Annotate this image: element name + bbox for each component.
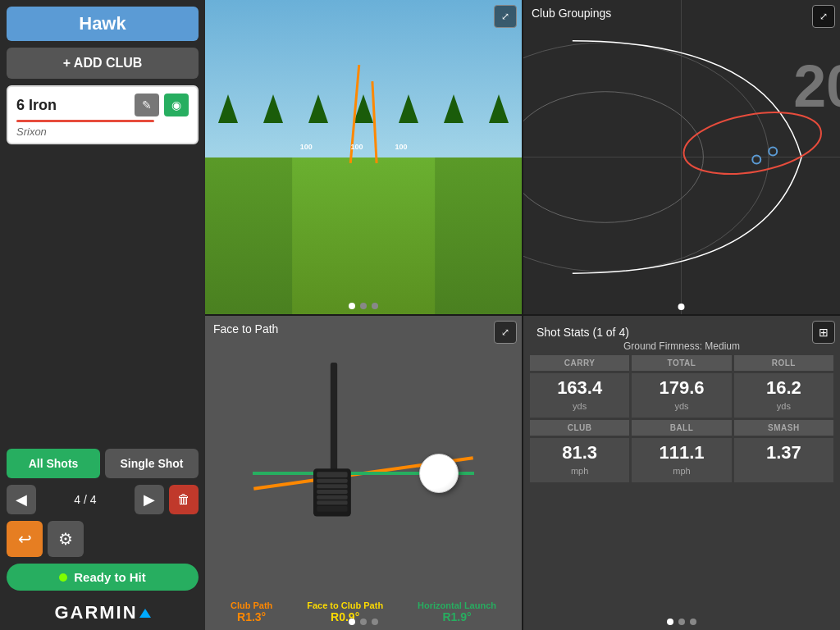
- svg-rect-12: [317, 472, 348, 478]
- svg-rect-13: [317, 479, 348, 483]
- edit-club-button[interactable]: ✎: [135, 94, 159, 116]
- club-path-label-group: Club Path R1.3°: [231, 600, 272, 623]
- dot-inactive: [360, 303, 367, 309]
- svg-rect-16: [317, 495, 348, 500]
- club-path-value: R1.3°: [231, 610, 272, 623]
- app-title: Hawk: [7, 7, 199, 41]
- trees-row: [205, 94, 522, 123]
- next-arrow-icon: ▶: [144, 491, 155, 509]
- total-header: TOTAL: [632, 355, 731, 371]
- tree-icon: [308, 94, 328, 123]
- shot-total: 4: [90, 493, 97, 506]
- smash-factor-header: SMASH: [734, 420, 833, 436]
- club-progress-bar: [16, 120, 154, 122]
- club-action-icons: ✎ ◉: [135, 94, 189, 116]
- club-path-label: Club Path: [231, 600, 272, 610]
- club-groupings-panel: Club Groupings ⤢ 200: [523, 0, 840, 314]
- golf-sim-inner: 100 100 100: [205, 0, 522, 314]
- svg-rect-14: [317, 485, 348, 489]
- expand-golf-sim-button[interactable]: ⤢: [494, 5, 517, 28]
- carry-value-cell: 163.4 yds: [530, 373, 629, 418]
- shot-current: 4: [74, 493, 80, 506]
- total-value: 179.6: [633, 378, 729, 398]
- shot-stats-panel: Shot Stats (1 of 4) ⊞ Ground Firmness: M…: [523, 316, 840, 630]
- roll-header: ROLL: [734, 355, 833, 371]
- face-dot-active: [349, 619, 355, 625]
- action-row: ↩ ⚙: [7, 521, 199, 557]
- carry-value: 163.4: [532, 378, 628, 398]
- all-shots-button[interactable]: All Shots: [7, 449, 100, 478]
- face-dot-inactive: [372, 619, 378, 625]
- next-shot-button[interactable]: ▶: [135, 485, 164, 514]
- golf-sim-dots-indicator: [349, 303, 378, 309]
- club-speed-header: CLUB: [530, 420, 629, 436]
- stats-dot-inactive: [678, 619, 685, 625]
- ball-speed-value: 111.1: [633, 443, 729, 463]
- svg-point-9: [678, 304, 685, 310]
- horiz-launch-label-group: Horizontal Launch R1.9°: [418, 600, 496, 623]
- shot-separator: /: [84, 493, 90, 506]
- yardage-marker-100c: 100: [395, 143, 408, 151]
- club-groupings-title: Club Groupings: [532, 7, 611, 20]
- calculator-button[interactable]: ⊞: [812, 321, 835, 344]
- ready-indicator-dot: [59, 573, 67, 582]
- action-button[interactable]: ↩: [7, 521, 43, 557]
- club-visual-area: [205, 316, 522, 630]
- carry-unit: yds: [573, 401, 587, 411]
- delete-shot-button[interactable]: 🗑: [169, 485, 199, 514]
- smash-factor-value-cell: 1.37: [734, 438, 833, 482]
- face-dot-inactive: [360, 619, 367, 625]
- sidebar: Hawk + ADD CLUB 6 Iron ✎ ◉ Srixon All Sh…: [0, 0, 205, 630]
- club-speed-value: 81.3: [532, 443, 628, 463]
- club-groupings-canvas: 200: [523, 0, 840, 314]
- add-club-button[interactable]: + ADD CLUB: [7, 48, 199, 79]
- prev-arrow-icon: ◀: [16, 491, 27, 509]
- roll-value: 16.2: [736, 378, 832, 398]
- yardage-marker-100b: 100: [351, 143, 363, 151]
- carry-header: CARRY: [530, 355, 629, 371]
- garmin-triangle-icon: [139, 609, 151, 618]
- shot-toggle-group: All Shots Single Shot: [7, 449, 199, 478]
- svg-rect-17: [317, 501, 348, 505]
- tree-icon: [263, 94, 283, 123]
- ball-speed-value-cell: 111.1 mph: [632, 438, 731, 482]
- face-path-dots-indicator: [349, 619, 378, 625]
- dot-active: [349, 303, 355, 309]
- face-to-path-panel: Face to Path ⤢: [205, 316, 522, 630]
- svg-rect-18: [317, 506, 348, 512]
- ready-to-hit-button[interactable]: Ready to Hit: [7, 564, 199, 591]
- stats-dot-inactive: [690, 619, 696, 625]
- ball-speed-header: BALL: [632, 420, 731, 436]
- golf-ball: [419, 454, 459, 493]
- settings-button[interactable]: ⚙: [48, 521, 84, 557]
- expand-face-path-button[interactable]: ⤢: [494, 321, 517, 344]
- garmin-text: GARMIN: [54, 602, 137, 623]
- ground-firmness-label: Ground Firmness: Medium: [527, 340, 837, 352]
- total-value-cell: 179.6 yds: [632, 373, 731, 418]
- svg-rect-10: [330, 363, 336, 472]
- tree-icon: [489, 94, 509, 123]
- expand-icon: ⤢: [501, 11, 509, 22]
- tree-icon: [399, 94, 418, 123]
- club-head-visual: [285, 363, 383, 527]
- svg-text:200: 200: [793, 53, 840, 119]
- shot-counter: 4 / 4: [41, 493, 130, 506]
- dot-inactive: [372, 303, 378, 309]
- face-club-label: Face to Club Path: [307, 600, 383, 610]
- golf-simulation-panel: 100 100 100 ⤢: [205, 0, 522, 314]
- garmin-logo: GARMIN: [54, 602, 150, 623]
- expand-groupings-button[interactable]: ⤢: [812, 5, 835, 28]
- view-club-button[interactable]: ◉: [164, 94, 189, 116]
- gear-icon: ⚙: [58, 529, 73, 549]
- fairway-background: [292, 158, 435, 315]
- expand-icon: ⤢: [501, 326, 509, 338]
- single-shot-button[interactable]: Single Shot: [105, 449, 199, 478]
- stats-grid: CARRY TOTAL ROLL 163.4 yds 179.6 yds 16.…: [527, 355, 837, 482]
- sky-background: [205, 0, 522, 173]
- ready-label: Ready to Hit: [74, 570, 146, 584]
- shot-stats-dots-indicator: [667, 619, 696, 625]
- ball-speed-unit: mph: [673, 466, 690, 476]
- prev-shot-button[interactable]: ◀: [7, 485, 36, 514]
- trash-icon: 🗑: [177, 492, 190, 507]
- shot-navigation-row: ◀ 4 / 4 ▶ 🗑: [7, 485, 199, 514]
